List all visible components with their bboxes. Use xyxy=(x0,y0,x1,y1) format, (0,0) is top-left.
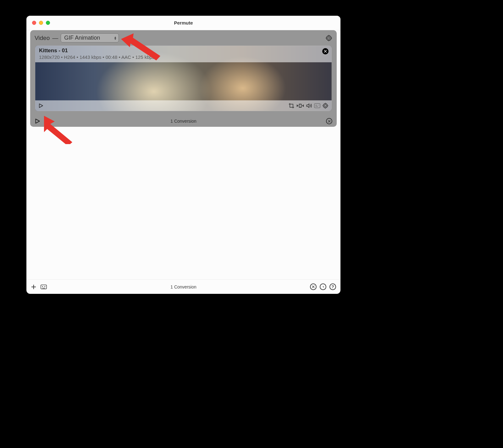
crop-button[interactable] xyxy=(288,103,295,109)
clock-icon xyxy=(321,285,325,289)
presets-button[interactable] xyxy=(40,284,47,290)
rotate-button[interactable] xyxy=(296,103,304,109)
minimize-window-button[interactable] xyxy=(39,21,43,25)
item-header: Kittens - 01 1280x720 • H264 • 1443 kbps… xyxy=(35,46,332,62)
panel-header: Video — GIF Animation ▲▼ xyxy=(30,30,337,46)
preview-play-button[interactable] xyxy=(38,103,43,108)
separator: — xyxy=(52,35,58,42)
volume-button[interactable] xyxy=(306,103,312,109)
media-item: Kittens - 01 1280x720 • H264 • 1443 kbps… xyxy=(35,46,332,111)
svg-rect-1 xyxy=(41,285,47,289)
play-icon xyxy=(38,103,43,108)
window-footer: 1 Conversion ? xyxy=(26,279,340,294)
cancel-all-button[interactable] xyxy=(310,283,317,290)
item-settings-button[interactable] xyxy=(322,103,329,109)
add-button[interactable] xyxy=(31,284,36,290)
footer-status: 1 Conversion xyxy=(26,284,340,289)
format-select[interactable]: GIF Animation ▲▼ xyxy=(61,33,119,42)
titlebar: Permute xyxy=(26,16,340,30)
crop-icon xyxy=(288,103,295,109)
play-icon xyxy=(35,118,40,124)
conversion-panel: Video — GIF Animation ▲▼ Kittens - 01 12… xyxy=(30,30,337,127)
close-window-button[interactable] xyxy=(32,21,36,25)
volume-icon xyxy=(306,103,312,109)
gear-icon xyxy=(325,35,332,42)
svg-point-3 xyxy=(44,286,45,287)
panel-footer: 1 Conversion xyxy=(30,115,337,127)
window-controls xyxy=(26,21,50,25)
zoom-window-button[interactable] xyxy=(46,21,50,25)
plus-icon xyxy=(31,284,36,290)
panel-status: 1 Conversion xyxy=(30,119,337,124)
clear-panel-button[interactable] xyxy=(326,118,332,124)
select-stepper-icon: ▲▼ xyxy=(114,36,117,40)
item-title: Kittens - 01 xyxy=(39,48,328,54)
robot-icon xyxy=(40,284,47,290)
close-icon xyxy=(328,120,331,123)
svg-point-2 xyxy=(42,286,43,287)
item-toolbar xyxy=(35,100,332,111)
app-window: Permute Video — GIF Animation ▲▼ Kittens… xyxy=(26,16,340,294)
window-title: Permute xyxy=(26,20,340,25)
rotate-icon xyxy=(296,103,304,109)
remove-item-button[interactable] xyxy=(322,48,329,54)
item-meta: 1280x720 • H264 • 1443 kbps • 00:48 • AA… xyxy=(39,54,328,60)
subtitles-button[interactable] xyxy=(314,103,320,108)
svg-rect-0 xyxy=(314,104,320,108)
close-icon xyxy=(312,285,315,288)
question-icon: ? xyxy=(332,284,334,289)
history-button[interactable] xyxy=(320,283,326,290)
category-label: Video xyxy=(35,35,50,42)
start-conversion-button[interactable] xyxy=(35,118,40,124)
panel-settings-button[interactable] xyxy=(325,35,332,42)
close-icon xyxy=(324,50,327,53)
gear-icon xyxy=(322,103,329,109)
format-select-value: GIF Animation xyxy=(64,35,100,41)
subtitles-icon xyxy=(314,103,320,108)
help-button[interactable]: ? xyxy=(329,283,336,290)
